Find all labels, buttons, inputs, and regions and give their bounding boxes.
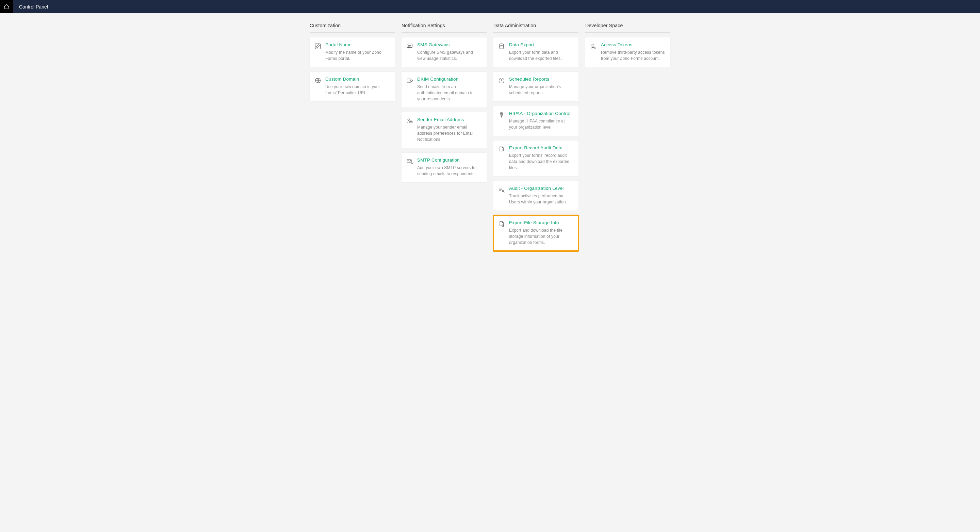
card-desc: Manage your sender email address prefere…: [417, 124, 482, 143]
domain-icon: [314, 77, 321, 84]
card-desc: Manage your organization's scheduled rep…: [509, 84, 574, 96]
card-data-export[interactable]: Data Export Export your form data and do…: [493, 37, 579, 67]
card-desc: Configure SMS gateways and view usage st…: [417, 49, 482, 62]
user-mail-icon: [406, 118, 413, 124]
svg-point-8: [500, 44, 504, 46]
card-title: Audit - Organization Level: [509, 186, 574, 191]
doc-arrow-icon: [498, 146, 505, 153]
svg-point-4: [411, 80, 412, 82]
card-scheduled-reports[interactable]: Scheduled Reports Manage your organizati…: [493, 72, 579, 102]
clock-icon: [498, 77, 505, 84]
page-title: Control Panel: [19, 4, 48, 10]
card-access-tokens[interactable]: Access Tokens Remove third-party access …: [585, 37, 670, 67]
card-sms-gateways[interactable]: SMS Gateways Configure SMS gateways and …: [401, 37, 487, 67]
card-title: SMS Gateways: [417, 42, 482, 47]
card-sender-email-address[interactable]: Sender Email Address Manage your sender …: [401, 112, 487, 148]
edit-icon: [314, 43, 321, 50]
card-desc: Send emails from an authenticated email …: [417, 84, 482, 102]
card-desc: Modify the name of your Zoho Forms porta…: [325, 49, 390, 62]
mail-out-icon: [406, 158, 413, 165]
card-title: SMTP Configuration: [417, 157, 482, 163]
key-icon: [406, 77, 413, 84]
card-audit-organization-level[interactable]: Audit - Organization Level Track activit…: [493, 181, 579, 211]
card-desc: Add your own SMTP servers for sending em…: [417, 165, 482, 177]
medical-icon: [498, 111, 505, 118]
column-notification-settings: Notification Settings SMS Gateways Confi…: [401, 23, 487, 256]
column-heading: Customization: [310, 23, 395, 33]
column-heading: Notification Settings: [401, 23, 487, 33]
card-title: Export Record Audit Data: [509, 145, 574, 150]
card-dkim-configuration[interactable]: DKIM Configuration Send emails from an a…: [401, 72, 487, 108]
card-title: Data Export: [509, 42, 574, 47]
card-title: Access Tokens: [601, 42, 666, 47]
card-desc: Export your forms' record audit data and…: [509, 152, 574, 171]
user-key-icon: [590, 43, 597, 50]
card-hipaa-organization-control[interactable]: HIPAA - Organization Control Manage HIPA…: [493, 106, 579, 136]
svg-point-5: [408, 119, 409, 121]
topbar: Control Panel: [0, 0, 980, 13]
columns-grid: Customization Portal Name Modify the nam…: [310, 23, 670, 256]
card-title: Portal Name: [325, 42, 390, 47]
list-search-icon: [498, 186, 505, 193]
svg-point-12: [592, 44, 594, 46]
doc-search-icon: [498, 221, 505, 227]
card-title: Scheduled Reports: [509, 76, 574, 82]
home-icon: [3, 4, 10, 10]
column-customization: Customization Portal Name Modify the nam…: [310, 23, 395, 256]
card-desc: Manage HIPAA compliance at your organiza…: [509, 118, 574, 130]
home-button[interactable]: [0, 0, 13, 13]
main-content: Customization Portal Name Modify the nam…: [0, 13, 980, 269]
card-desc: Export your form data and download the e…: [509, 49, 574, 62]
svg-rect-2: [407, 44, 412, 47]
card-title: Export File Storage Info: [509, 220, 574, 225]
db-icon: [498, 43, 505, 50]
card-title: Sender Email Address: [417, 117, 482, 122]
card-desc: Track activities performed by Users with…: [509, 193, 574, 205]
card-export-record-audit-data[interactable]: Export Record Audit Data Export your for…: [493, 140, 579, 176]
card-title: Custom Domain: [325, 76, 390, 82]
card-title: HIPAA - Organization Control: [509, 111, 574, 116]
column-heading: Data Administration: [493, 23, 579, 33]
card-smtp-configuration[interactable]: SMTP Configuration Add your own SMTP ser…: [401, 153, 487, 182]
svg-point-13: [595, 47, 596, 48]
card-desc: Remove third-party access tokens from yo…: [601, 49, 666, 62]
column-data-administration: Data Administration Data Export Export y…: [493, 23, 579, 256]
card-desc: Use your own domain in your forms' Perma…: [325, 84, 390, 96]
sms-icon: [406, 43, 413, 50]
card-custom-domain[interactable]: Custom Domain Use your own domain in you…: [310, 72, 395, 102]
card-desc: Export and download the file storage inf…: [509, 227, 574, 246]
column-developer-space: Developer Space Access Tokens Remove thi…: [585, 23, 670, 256]
column-heading: Developer Space: [585, 23, 670, 33]
card-portal-name[interactable]: Portal Name Modify the name of your Zoho…: [310, 37, 395, 67]
card-title: DKIM Configuration: [417, 76, 482, 82]
card-export-file-storage-info[interactable]: Export File Storage Info Export and down…: [493, 215, 579, 251]
